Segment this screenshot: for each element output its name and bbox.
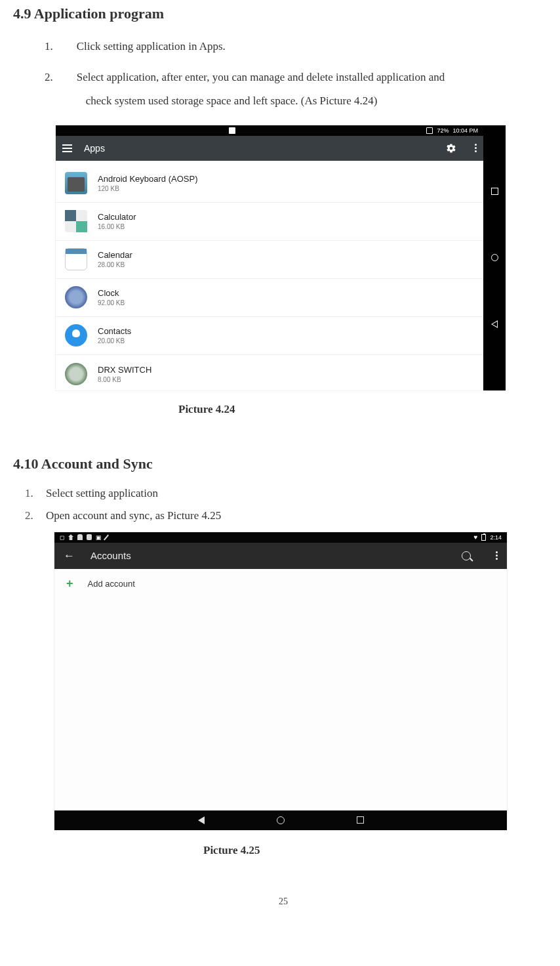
battery-icon: [481, 534, 486, 541]
usb-icon: [68, 534, 73, 540]
list-number: 2.: [25, 509, 37, 522]
battery-percent: 72%: [437, 127, 449, 134]
app-size: 8.00 KB: [98, 376, 151, 383]
system-nav-bar-vertical: [483, 125, 506, 390]
list-text: Open account and sync, as Picture 4.25: [46, 509, 221, 522]
status-time: 10:04 PM: [452, 127, 478, 134]
list-number: 1.: [25, 487, 37, 500]
plus-icon: +: [66, 577, 73, 591]
section-4-9-heading: 4.9 Application program: [13, 5, 553, 22]
gear-icon[interactable]: [446, 143, 456, 154]
calculator-icon: [65, 210, 87, 232]
app-name: Clock: [98, 288, 125, 298]
status-time: 2:14: [490, 534, 502, 541]
figure-caption-4-24: Picture 4.24: [178, 403, 553, 416]
home-icon[interactable]: [277, 816, 285, 824]
drx-icon: [65, 363, 87, 385]
list-number: 2.: [45, 68, 53, 112]
app-row-keyboard[interactable]: Android Keyboard (AOSP) 120 KB: [56, 165, 483, 203]
calendar-icon: [65, 248, 87, 270]
recent-apps-icon[interactable]: [491, 188, 498, 195]
app-size: 120 KB: [98, 185, 197, 192]
app-row-contacts[interactable]: Contacts 20.00 KB: [56, 317, 483, 355]
home-icon[interactable]: [491, 254, 498, 261]
app-name: Contacts: [98, 326, 131, 336]
app-name: Android Keyboard (AOSP): [98, 174, 197, 184]
accounts-body: + Add account: [54, 569, 507, 810]
app-row-calendar[interactable]: Calendar 28.00 KB: [56, 241, 483, 279]
list-text: Select setting application: [46, 487, 158, 500]
screenshot-apps: 72% 10:04 PM Apps Android Keyboard (AOSP…: [55, 125, 506, 391]
app-name: DRX SWITCH: [98, 365, 151, 375]
contacts-icon: [65, 324, 87, 346]
lock-icon: [87, 534, 92, 540]
figure-caption-4-25: Picture 4.25: [203, 844, 553, 857]
apps-list[interactable]: Android Keyboard (AOSP) 120 KB Calculato…: [56, 161, 483, 390]
wifi-icon: ♥: [474, 534, 478, 541]
status-bar: ◻ ▣ ♥ 2:14: [54, 532, 507, 543]
overflow-menu-icon[interactable]: [496, 551, 498, 560]
app-size: 28.00 KB: [98, 261, 132, 268]
section-4-10-list: 1. Select setting application 2. Open ac…: [25, 487, 553, 522]
app-bar: Apps: [56, 136, 483, 161]
list-item: 2. Select application, after enter, you …: [45, 68, 553, 112]
back-icon[interactable]: [198, 816, 205, 824]
back-icon[interactable]: [491, 320, 498, 328]
sd-card-icon: [426, 127, 433, 134]
list-item: 1. Click setting application in Apps.: [45, 37, 553, 57]
list-item: 2. Open account and sync, as Picture 4.2…: [25, 509, 553, 522]
keyboard-icon: [65, 172, 87, 194]
app-row-drx[interactable]: DRX SWITCH 8.00 KB: [56, 355, 483, 393]
overflow-menu-icon[interactable]: [475, 144, 477, 152]
clock-icon: [65, 286, 87, 308]
list-text: Click setting application in Apps.: [77, 37, 226, 57]
add-account-row[interactable]: + Add account: [54, 569, 507, 598]
app-row-calculator[interactable]: Calculator 16.00 KB: [56, 203, 483, 241]
section-4-9-list: 1. Click setting application in Apps. 2.…: [45, 37, 553, 112]
app-name: Calculator: [98, 212, 136, 222]
recent-apps-icon[interactable]: [357, 816, 364, 824]
app-bar-title: Accounts: [90, 550, 446, 561]
system-nav-bar: [54, 810, 507, 830]
hamburger-icon[interactable]: [62, 144, 72, 152]
list-number: 1.: [45, 37, 53, 57]
section-4-10-heading: 4.10 Account and Sync: [13, 455, 553, 472]
list-text: Select application, after enter, you can…: [77, 68, 445, 112]
list-item: 1. Select setting application: [25, 487, 553, 500]
app-bar: ← Accounts: [54, 543, 507, 569]
app-size: 20.00 KB: [98, 337, 131, 345]
search-icon[interactable]: [462, 551, 471, 560]
app-size: 92.00 KB: [98, 299, 125, 306]
screenshot-icon: ▣: [96, 534, 102, 541]
app-row-clock[interactable]: Clock 92.00 KB: [56, 279, 483, 317]
status-bar: 72% 10:04 PM: [56, 125, 483, 136]
back-arrow-icon[interactable]: ←: [64, 549, 75, 562]
tab-indicator-icon: [229, 127, 235, 134]
bell-icon: [77, 534, 83, 540]
app-size: 16.00 KB: [98, 223, 136, 230]
app-name: Calendar: [98, 250, 132, 260]
notification-icon: ◻: [60, 534, 64, 541]
page-number: 25: [13, 896, 553, 907]
screenshot-accounts: ◻ ▣ ♥ 2:14 ← Accounts + Add account: [54, 532, 508, 831]
list-text-line2: check system used storage space and left…: [77, 91, 445, 112]
list-text-line1: Select application, after enter, you can…: [77, 71, 445, 83]
add-account-label: Add account: [88, 579, 135, 589]
magic-icon: [104, 534, 109, 540]
app-bar-title: Apps: [84, 143, 434, 154]
